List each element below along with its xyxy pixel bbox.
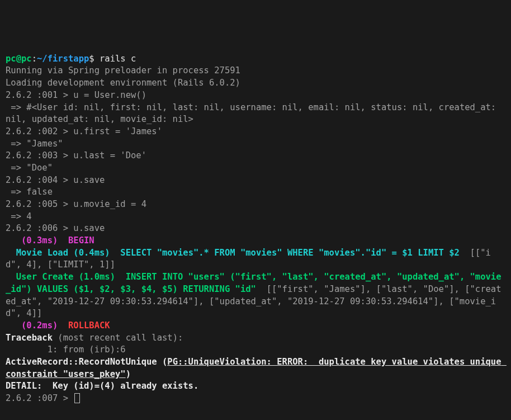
prompt-path: ~/firstapp (37, 54, 89, 64)
sql-load-label: Movie Load (0.4ms) (6, 248, 120, 258)
error-close: ) (126, 369, 131, 379)
output-line: Running via Spring preloader in process … (6, 65, 240, 75)
prompt-user: pc@pc (6, 54, 32, 64)
irb-prompt: 2.6.2 :001 > (6, 90, 73, 100)
irb-output: => 4 (6, 211, 32, 221)
sql-timing: (0.2ms) (6, 320, 68, 331)
shell-command: rails c (100, 54, 136, 64)
irb-input: u.first = 'James' (73, 126, 162, 136)
prompt-sep: : (32, 54, 37, 64)
sql-rollback: ROLLBACK (68, 320, 110, 331)
irb-output: => "James" (6, 139, 63, 149)
irb-input: u = User.new() (73, 90, 146, 100)
error-class: ActiveRecord::RecordNotUnique ( (6, 357, 167, 367)
irb-input: u.save (73, 223, 105, 233)
prompt-dollar: $ (89, 54, 100, 64)
irb-output: => false (6, 187, 53, 197)
irb-output: => "Doe" (6, 163, 53, 173)
irb-prompt: 2.6.2 :007 > (6, 393, 73, 403)
output-line: Loading development environment (Rails 6… (6, 78, 240, 88)
irb-prompt: 2.6.2 :002 > (6, 126, 73, 136)
terminal-output[interactable]: pc@pc:~/firstapp$ rails c Running via Sp… (6, 54, 507, 403)
irb-prompt: 2.6.2 :006 > (6, 223, 73, 233)
irb-output: => #<User id: nil, first: nil, last: nil… (6, 102, 501, 125)
irb-prompt: 2.6.2 :003 > (6, 150, 73, 161)
traceback-header-rest: (most recent call last): (53, 333, 183, 343)
sql-select: SELECT "movies".* FROM "movies" WHERE "m… (120, 248, 460, 258)
irb-input: u.movie_id = 4 (73, 199, 146, 209)
traceback-header: Traceback (6, 333, 53, 343)
irb-input: u.last = 'Doe' (73, 150, 146, 161)
traceback-frame: 1: from (irb):6 (6, 345, 126, 355)
cursor[interactable] (74, 393, 80, 403)
sql-timing: (0.3ms) (6, 235, 68, 246)
sql-create-label: User Create (1.0ms) (6, 272, 126, 282)
irb-input: u.save (73, 175, 105, 185)
irb-prompt: 2.6.2 :004 > (6, 175, 73, 185)
error-detail: DETAIL: Key (id)=(4) already exists. (6, 381, 198, 391)
sql-begin: BEGIN (68, 235, 94, 246)
irb-prompt: 2.6.2 :005 > (6, 199, 73, 209)
